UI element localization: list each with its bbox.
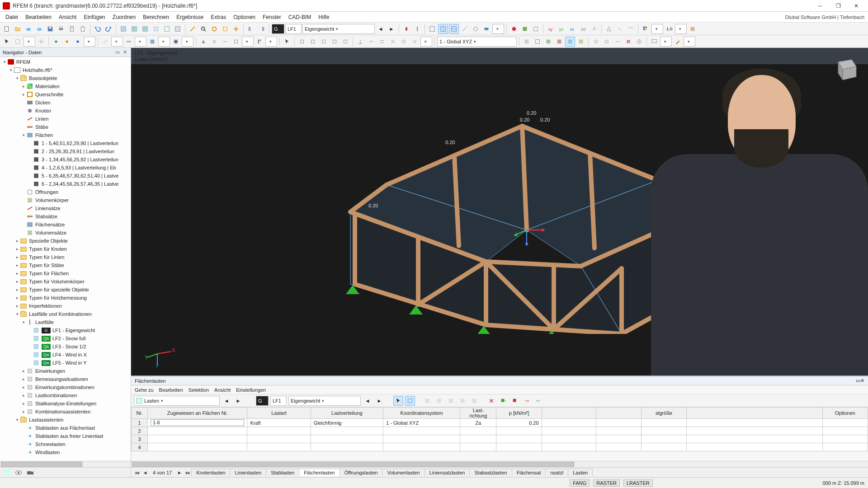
- tree-row[interactable]: ▾RFEM: [0, 58, 131, 66]
- box-button[interactable]: [688, 24, 698, 34]
- render-1-button[interactable]: [509, 24, 519, 34]
- scale-button[interactable]: 1.0: [664, 24, 674, 34]
- tree-row[interactable]: ▸Typen für Volumenkörper: [0, 277, 131, 286]
- t3-button[interactable]: [377, 37, 387, 47]
- tree-row[interactable]: ▸Typen für Holzbemessung: [0, 294, 131, 302]
- minimize-button[interactable]: ─: [811, 0, 829, 11]
- menu-berechnen[interactable]: Berechnen: [139, 13, 173, 22]
- panel-pin-icon[interactable]: ▭: [114, 49, 121, 55]
- table-tab[interactable]: Liniensatzlasten: [425, 469, 470, 476]
- tp-import[interactable]: [533, 396, 543, 406]
- tp-menu-settings[interactable]: Einstellungen: [236, 387, 266, 393]
- table-tab[interactable]: Lasten: [568, 469, 593, 476]
- tp-menu-goto[interactable]: Gehe zu: [135, 387, 154, 393]
- report-button[interactable]: [67, 24, 77, 34]
- menu-ergebnisse[interactable]: Ergebnisse: [173, 13, 207, 22]
- layout-3-button[interactable]: [140, 24, 150, 34]
- lf-name-combo[interactable]: Eigengewicht: [302, 24, 375, 34]
- m1-button[interactable]: [522, 37, 532, 47]
- zoom-window-button[interactable]: [220, 24, 230, 34]
- tree-row[interactable]: ▸Statikanalyse-Einstellungen: [0, 399, 131, 408]
- layout-2-button[interactable]: [129, 24, 139, 34]
- layout-4-button[interactable]: [151, 24, 161, 34]
- zoom-fit-button[interactable]: [209, 24, 219, 34]
- tp-prev-lf[interactable]: ◄: [363, 396, 373, 406]
- tree-row[interactable]: ▸Querschnitte: [0, 90, 131, 99]
- monitor-button[interactable]: [649, 37, 659, 47]
- tree-row[interactable]: Dicken: [0, 99, 131, 107]
- view-cube[interactable]: [829, 55, 861, 82]
- table-pin-icon[interactable]: ▭: [856, 378, 860, 384]
- tab-last[interactable]: ⏭: [184, 470, 192, 475]
- m5-button[interactable]: [565, 37, 575, 47]
- pen-button[interactable]: [673, 37, 683, 47]
- member-more[interactable]: [135, 37, 146, 47]
- table-tab[interactable]: nsatzl: [545, 469, 568, 476]
- tree-row[interactable]: Stäbe: [0, 123, 131, 131]
- sq1-button[interactable]: [297, 37, 307, 47]
- tp-add[interactable]: [498, 396, 508, 406]
- spring-button[interactable]: [220, 37, 230, 47]
- table-row[interactable]: 4: [132, 443, 868, 451]
- navigator-tree[interactable]: ▾RFEM▾Holzhalle.rf6*▾Basisobjekte▸Materi…: [0, 57, 131, 461]
- render-2-button[interactable]: [520, 24, 530, 34]
- menu-zuordnen[interactable]: Zuordnen: [109, 13, 139, 22]
- flag-button[interactable]: [412, 24, 422, 34]
- tree-row[interactable]: ▾Holzhalle.rf6*: [0, 66, 131, 74]
- find-button[interactable]: [198, 24, 208, 34]
- c2-button[interactable]: [602, 37, 612, 47]
- tree-row-loadcase[interactable]: QwLF4 - Wind in X: [0, 351, 131, 359]
- section-button[interactable]: [255, 37, 264, 47]
- axis-button[interactable]: [589, 24, 599, 34]
- tree-row[interactable]: ▸Imperfektionen: [0, 302, 131, 310]
- grid-5-button[interactable]: [471, 24, 481, 34]
- tree-row[interactable]: ▾Lastfälle: [0, 318, 131, 326]
- render-3-button[interactable]: [531, 24, 541, 34]
- cloud-button[interactable]: [24, 24, 33, 34]
- opening-more[interactable]: [182, 37, 193, 47]
- tp-select1[interactable]: [393, 396, 403, 406]
- t2-button[interactable]: [366, 37, 376, 47]
- tree-row[interactable]: ▸Typen für Stäbe: [0, 261, 131, 269]
- menu-optionen[interactable]: Optionen: [230, 13, 259, 22]
- tree-row[interactable]: Stabsätze: [0, 212, 131, 221]
- show-supports-button[interactable]: [604, 24, 614, 34]
- tp-combo-group[interactable]: Lasten: [134, 396, 220, 406]
- opening-button[interactable]: [171, 37, 181, 47]
- table-tab[interactable]: Knotenlasten: [191, 469, 230, 476]
- tp-menu-edit[interactable]: Bearbeiten: [159, 387, 183, 393]
- nav-tab-eye-icon[interactable]: [14, 469, 23, 476]
- table-tab[interactable]: Stabsatzlasten: [469, 469, 512, 476]
- tree-row-loadcase[interactable]: GLF1 - Eigengewicht: [0, 326, 131, 334]
- node-more[interactable]: [84, 37, 95, 47]
- tp-remove[interactable]: [510, 396, 520, 406]
- cursor-button[interactable]: [2, 37, 12, 47]
- tree-row[interactable]: ▸Spezielle Objekte: [0, 237, 131, 245]
- lock-xy-button[interactable]: xy: [546, 24, 556, 34]
- tree-row[interactable]: ▸Typen für Knoten: [0, 245, 131, 253]
- tree-row[interactable]: ▸Typen für Flächen: [0, 269, 131, 277]
- pin-button[interactable]: [401, 24, 411, 34]
- tree-row-loadcase[interactable]: QsLF3 - Snow 1/2: [0, 343, 131, 351]
- sq4-button[interactable]: [330, 37, 340, 47]
- tp-b3[interactable]: [446, 396, 456, 406]
- tree-row[interactable]: ▾Lastfälle und Kombinationen: [0, 310, 131, 318]
- section-more[interactable]: [265, 37, 277, 47]
- lock-3d-button[interactable]: 3d: [578, 24, 588, 34]
- tree-row[interactable]: ▾Lastassistenten: [0, 416, 131, 424]
- table-close-icon[interactable]: ✕: [860, 378, 864, 384]
- new-button[interactable]: [2, 24, 12, 34]
- select-rect-button[interactable]: [13, 37, 23, 47]
- nav-tab-camera-icon[interactable]: [26, 469, 34, 476]
- t6-button[interactable]: [410, 37, 420, 47]
- hinge-button[interactable]: [209, 37, 219, 47]
- c3-button[interactable]: [613, 37, 623, 47]
- c1-button[interactable]: [591, 37, 601, 47]
- tab-first[interactable]: ⏮: [133, 470, 141, 475]
- sq3-button[interactable]: [319, 37, 329, 47]
- tp-lf-name[interactable]: Eigengewicht: [288, 396, 361, 406]
- status-lraster[interactable]: LRASTER: [623, 479, 653, 487]
- table-row[interactable]: 11-6KraftGleichförmig1 - Global XYZZa0.2…: [132, 419, 868, 427]
- tree-row[interactable]: ✦Schneelasten: [0, 440, 131, 448]
- table-tab[interactable]: Flächenlasten: [299, 469, 340, 476]
